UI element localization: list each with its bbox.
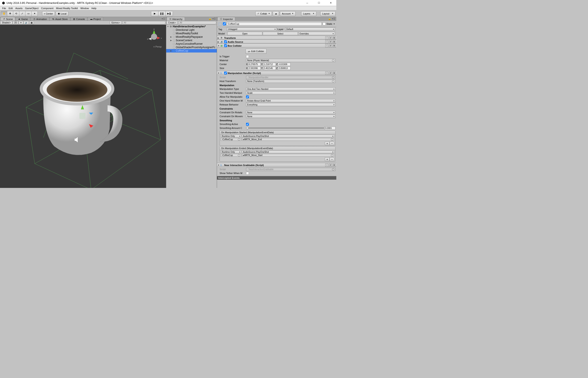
transform-header[interactable]: ▶ ⚞ Transform ▫ ↺ ⚙ (217, 36, 336, 40)
object-picker-icon[interactable] (331, 154, 333, 156)
smoothing-slider[interactable] (246, 128, 324, 128)
menu-mrtk[interactable]: Mixed Reality Toolkit (55, 7, 79, 10)
menu-help[interactable]: Help (90, 7, 98, 10)
add-listener-button[interactable]: + (325, 158, 330, 161)
reset-icon[interactable]: ↺ (329, 37, 332, 40)
model-select-button[interactable]: Select (263, 32, 298, 35)
tab-console[interactable]: ▤Console (70, 17, 87, 21)
hand-tool[interactable]: ✋ (1, 11, 7, 16)
scene-search[interactable] (122, 21, 166, 24)
scene-view[interactable]: y x z ≡ Persp (0, 25, 166, 188)
event-callstate-dropdown[interactable]: Runtime Only♦ (221, 135, 241, 137)
rotate-tool[interactable]: ⟲ (13, 11, 19, 16)
reference-icon[interactable]: ▫ (325, 72, 328, 75)
host-transform-field[interactable]: None (Transform) (246, 80, 335, 83)
reference-icon[interactable]: ▫ (325, 164, 328, 167)
gear-icon[interactable]: ⚙ (333, 164, 336, 167)
hierarchy-item[interactable]: ▶▢SceneContent (166, 39, 217, 42)
object-picker-icon[interactable] (332, 59, 334, 62)
hierarchy-search[interactable] (178, 21, 216, 24)
tag-dropdown[interactable]: Untagged♦ (227, 27, 277, 31)
boxcollider-enabled[interactable] (224, 44, 227, 47)
center-x[interactable] (248, 63, 261, 66)
event-arg-field[interactable]: ▸MRTK_Move_End (242, 138, 334, 141)
lighting-toggle[interactable]: ☀ (19, 21, 23, 25)
intercepted-events-bar[interactable]: Intercepted Events (217, 176, 336, 180)
rect-tool[interactable]: ▭ (25, 11, 31, 16)
smoothing-value[interactable] (325, 126, 335, 130)
boxcollider-header[interactable]: ▼ ▦ Box Collider ▫ ↺ ⚙ (217, 44, 336, 48)
menu-component[interactable]: Component (40, 7, 55, 10)
orientation-gizmo[interactable]: y x z (147, 27, 162, 44)
add-listener-button[interactable]: + (325, 142, 330, 145)
manip-type-dropdown[interactable]: One And Two Handed♦ (246, 87, 335, 91)
release-behavior-dropdown[interactable]: Everything♦ (246, 103, 335, 106)
istrigger-checkbox[interactable] (246, 55, 249, 58)
event-target-field[interactable]: ▫CoffeeCup (221, 138, 241, 141)
reference-icon[interactable]: ▫ (325, 40, 328, 43)
reference-icon[interactable]: ▫ (325, 44, 328, 47)
active-checkbox[interactable] (223, 22, 226, 25)
name-field[interactable] (227, 22, 322, 26)
hierarchy-item[interactable]: ▢AsyncCoroutineRunner (166, 42, 217, 46)
hierarchy-item[interactable]: ▢Directional Light (166, 28, 217, 32)
pivot-center-toggle[interactable]: ▪Center (42, 11, 55, 16)
tab-inspector[interactable]: ⓘInspector (217, 17, 235, 21)
model-overrides-dropdown[interactable]: Overrides▼ (298, 32, 335, 35)
pause-button[interactable]: ❚❚ (158, 11, 166, 16)
account-dropdown[interactable]: Account▼ (280, 11, 295, 16)
center-y[interactable] (263, 63, 276, 66)
size-y[interactable] (263, 67, 276, 70)
scene-root[interactable]: ▼ ⬢ HandInteractionExamples* (166, 25, 217, 28)
reference-icon[interactable]: ▫ (325, 37, 328, 40)
step-button[interactable]: ▶❚ (166, 11, 173, 16)
gear-icon[interactable]: ⚙ (333, 72, 336, 75)
hierarchy-item[interactable]: ▢MixedRealityToolkit (166, 32, 217, 35)
transform-tool[interactable]: ✦ (31, 11, 38, 16)
hierarchy-item[interactable]: ▶▢MixedRealityPlayspace (166, 35, 217, 39)
menu-edit[interactable]: Edit (7, 7, 14, 10)
tab-menu-icon[interactable]: ▾☰ (162, 17, 165, 20)
remove-listener-button[interactable]: − (330, 158, 334, 161)
object-picker-icon[interactable] (332, 80, 334, 82)
audiosource-header[interactable]: ▶ 🔊 Audio Source ▫ ↺ ⚙ (217, 40, 336, 44)
pivot-local-toggle[interactable]: ▣Local (56, 11, 68, 16)
maniphandler-enabled[interactable] (224, 72, 227, 74)
menu-window[interactable]: Window (79, 7, 90, 10)
play-button[interactable]: ▶ (151, 11, 158, 16)
tab-assetstore[interactable]: 🛍Asset Store (50, 17, 70, 21)
gizmos-dropdown[interactable]: Gizmos▾ (110, 21, 122, 25)
minimize-button[interactable]: ─ (303, 1, 311, 5)
scale-tool[interactable]: ⤢ (19, 11, 25, 16)
edit-collider-button[interactable]: ᔕEdit Collider (246, 49, 267, 54)
show-tether-checkbox[interactable] (246, 172, 249, 175)
hierarchy-item[interactable]: ▢GlobalShaderProximityAssignerFc (166, 46, 217, 49)
maniphandler-header[interactable]: ▼ ⎘ Manipulation Handler (Script) ▫ ↺ ⚙ (217, 71, 336, 75)
object-picker-icon[interactable] (238, 138, 240, 141)
model-open-button[interactable]: Open (227, 32, 262, 35)
physic-material-field[interactable]: None (Physic Material) (246, 59, 335, 62)
tab-game[interactable]: ▰Game (16, 17, 30, 21)
audiosource-enabled[interactable] (224, 40, 227, 43)
fx-toggle[interactable]: ▦ (29, 21, 34, 25)
tab-menu-icon[interactable]: ▾☰ (213, 17, 216, 20)
menu-gameobject[interactable]: GameObject (24, 7, 40, 10)
lock-icon[interactable]: 🔒 (328, 17, 331, 20)
reset-icon[interactable]: ↺ (329, 164, 332, 167)
object-picker-icon[interactable] (332, 76, 334, 79)
create-dropdown[interactable]: Create▾ (167, 21, 178, 25)
reset-icon[interactable]: ↺ (329, 44, 332, 47)
reset-icon[interactable]: ↺ (329, 72, 332, 75)
gear-icon[interactable]: ⚙ (333, 44, 336, 47)
tab-project[interactable]: ▬Project (88, 17, 103, 21)
onehand-rotation-dropdown[interactable]: Rotate About Grab Point♦ (246, 99, 335, 102)
smoothing-active-checkbox[interactable] (246, 123, 249, 126)
lock-icon[interactable]: 🔒 (209, 17, 212, 20)
menu-file[interactable]: File (1, 7, 7, 10)
size-z[interactable] (278, 67, 291, 70)
audio-toggle[interactable]: 🔊 (24, 21, 29, 25)
center-z[interactable] (278, 63, 291, 66)
maximize-button[interactable]: ☐ (315, 1, 323, 5)
tab-menu-icon[interactable]: ▾☰ (332, 17, 335, 20)
gear-icon[interactable]: ⚙ (333, 40, 336, 43)
